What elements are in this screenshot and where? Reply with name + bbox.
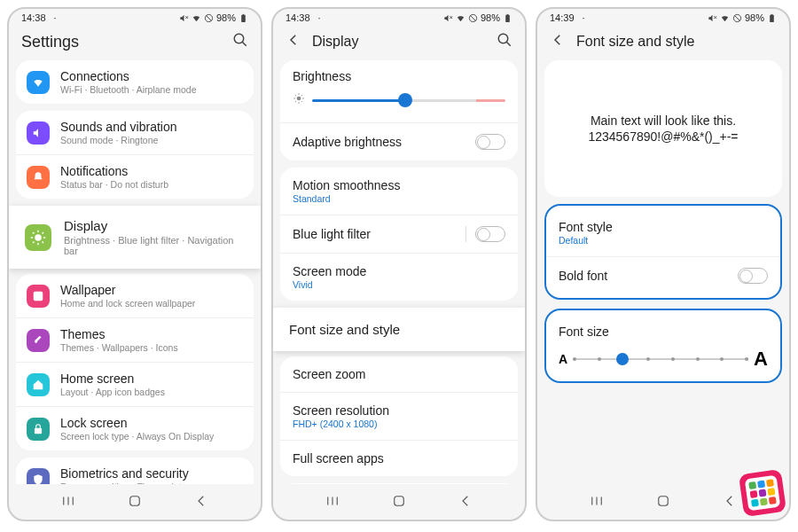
display-icon bbox=[25, 224, 51, 251]
row-notifications[interactable]: NotificationsStatus bar · Do not disturb bbox=[16, 154, 254, 199]
speaker-icon bbox=[27, 121, 50, 145]
row-display-highlight[interactable]: DisplayBrightness · Blue light filter · … bbox=[9, 206, 261, 269]
font-size-card: Font size A A bbox=[544, 309, 782, 383]
mute-icon bbox=[179, 13, 189, 23]
row-sub: Wi-Fi · Bluetooth · Airplane mode bbox=[60, 84, 243, 95]
svg-rect-32 bbox=[507, 13, 509, 14]
nav-back[interactable] bbox=[722, 493, 738, 512]
nav-bar bbox=[273, 484, 525, 520]
row-screenmode[interactable]: Screen mode Vivid bbox=[280, 253, 518, 301]
back-icon[interactable] bbox=[286, 32, 301, 51]
settings-list[interactable]: ConnectionsWi-Fi · Bluetooth · Airplane … bbox=[9, 60, 261, 484]
row-resolution[interactable]: Screen resolution FHD+ (2400 x 1080) bbox=[280, 392, 518, 440]
row-bluelight[interactable]: Blue light filter bbox=[280, 215, 518, 253]
row-wallpaper[interactable]: WallpaperHome and lock screen wallpaper bbox=[16, 274, 254, 317]
svg-rect-54 bbox=[770, 14, 774, 21]
svg-point-10 bbox=[35, 234, 42, 241]
row-themes[interactable]: ThemesThemes · Wallpapers · Icons bbox=[16, 317, 254, 362]
toggle-bluelight[interactable] bbox=[475, 226, 505, 242]
svg-line-40 bbox=[295, 95, 296, 96]
row-fontsize-highlight[interactable]: Font size and style bbox=[273, 308, 525, 351]
wifi-icon bbox=[456, 13, 466, 23]
row-connections[interactable]: ConnectionsWi-Fi · Bluetooth · Airplane … bbox=[16, 60, 254, 104]
nav-recents[interactable] bbox=[60, 493, 76, 512]
svg-line-34 bbox=[506, 42, 511, 46]
wifi-icon bbox=[720, 13, 730, 23]
nav-back[interactable] bbox=[193, 493, 209, 512]
font-a-big-icon: A bbox=[754, 348, 768, 371]
row-title: Adaptive brightness bbox=[293, 135, 402, 149]
font-style-card: Font style Default Bold font bbox=[544, 204, 782, 300]
row-lockscreen[interactable]: Lock screenScreen lock type · Always On … bbox=[16, 406, 254, 450]
font-size-slider[interactable] bbox=[573, 358, 748, 360]
svg-line-43 bbox=[301, 95, 302, 96]
search-icon[interactable] bbox=[497, 32, 512, 51]
row-title: Screen zoom bbox=[293, 367, 505, 381]
battery-pct: 98% bbox=[216, 12, 236, 23]
battery-pct: 98% bbox=[745, 12, 764, 23]
status-bar: 14:38 · 98% bbox=[9, 9, 261, 25]
shield-icon bbox=[27, 468, 50, 485]
back-icon[interactable] bbox=[550, 32, 566, 51]
phone-display: 14:38 · 98% Display Brightness bbox=[271, 7, 527, 521]
page-title: Settings bbox=[21, 33, 222, 51]
row-zoom[interactable]: Screen zoom bbox=[280, 356, 518, 392]
no-data-icon bbox=[204, 13, 214, 23]
no-data-icon bbox=[468, 13, 478, 23]
row-sub: Screen lock type · Always On Display bbox=[60, 431, 243, 442]
bell-icon bbox=[27, 166, 50, 189]
svg-line-17 bbox=[33, 241, 35, 243]
font-a-small-icon: A bbox=[559, 352, 567, 366]
svg-rect-47 bbox=[395, 497, 404, 506]
nav-back[interactable] bbox=[458, 493, 473, 512]
svg-rect-55 bbox=[771, 13, 773, 14]
row-fontstyle[interactable]: Font style Default bbox=[546, 209, 780, 256]
brightness-slider[interactable] bbox=[312, 99, 505, 102]
sun-icon bbox=[293, 92, 305, 108]
svg-line-42 bbox=[295, 101, 296, 102]
row-motion[interactable]: Motion smoothness Standard bbox=[280, 168, 518, 215]
row-homescreen[interactable]: Home screenLayout · App icon badges bbox=[16, 362, 254, 406]
brush-icon bbox=[27, 329, 50, 352]
row-title: Sounds and vibration bbox=[60, 120, 243, 134]
row-sounds[interactable]: Sounds and vibrationSound mode · Rington… bbox=[16, 111, 254, 154]
display-list[interactable]: Brightness Adaptive brightness Motion sm… bbox=[273, 60, 525, 484]
nav-recents[interactable] bbox=[589, 493, 605, 512]
nav-home[interactable] bbox=[391, 493, 407, 512]
row-sub: Status bar · Do not disturb bbox=[60, 179, 243, 190]
nav-recents[interactable] bbox=[325, 493, 340, 512]
battery-pct: 98% bbox=[481, 12, 500, 23]
row-title: Screen resolution bbox=[293, 403, 505, 418]
row-title: Lock screen bbox=[60, 416, 243, 430]
row-fullscreen[interactable]: Full screen apps bbox=[280, 440, 518, 476]
row-sub: Standard bbox=[293, 193, 505, 204]
svg-line-18 bbox=[43, 232, 44, 234]
nav-home[interactable] bbox=[127, 493, 143, 512]
row-sub: Home and lock screen wallpaper bbox=[60, 298, 243, 309]
row-title: Font style bbox=[559, 220, 768, 234]
row-title: Bold font bbox=[559, 269, 607, 283]
no-data-icon bbox=[732, 13, 742, 23]
row-biometrics[interactable]: Biometrics and securityFace recognition … bbox=[16, 458, 254, 484]
toggle-adaptive[interactable] bbox=[475, 134, 505, 150]
svg-point-8 bbox=[234, 34, 244, 43]
header: Display bbox=[273, 25, 525, 60]
row-title: Font size bbox=[559, 325, 768, 339]
status-time: 14:38 bbox=[21, 12, 46, 23]
svg-rect-24 bbox=[130, 497, 140, 506]
svg-rect-20 bbox=[35, 427, 42, 433]
row-title: Display bbox=[64, 218, 245, 233]
font-size-slider-row: A A bbox=[546, 342, 780, 378]
svg-rect-59 bbox=[659, 497, 669, 506]
toggle-bold[interactable] bbox=[738, 268, 768, 284]
svg-line-5 bbox=[206, 15, 211, 20]
mute-icon bbox=[708, 13, 717, 23]
status-dot: · bbox=[583, 12, 585, 23]
status-dot: · bbox=[318, 12, 321, 23]
mute-icon bbox=[443, 13, 453, 23]
row-boldfont[interactable]: Bold font bbox=[546, 256, 780, 294]
nav-home[interactable] bbox=[655, 493, 671, 512]
status-time: 14:38 bbox=[286, 12, 310, 23]
row-adaptive-brightness[interactable]: Adaptive brightness bbox=[280, 122, 518, 160]
search-icon[interactable] bbox=[232, 32, 248, 51]
